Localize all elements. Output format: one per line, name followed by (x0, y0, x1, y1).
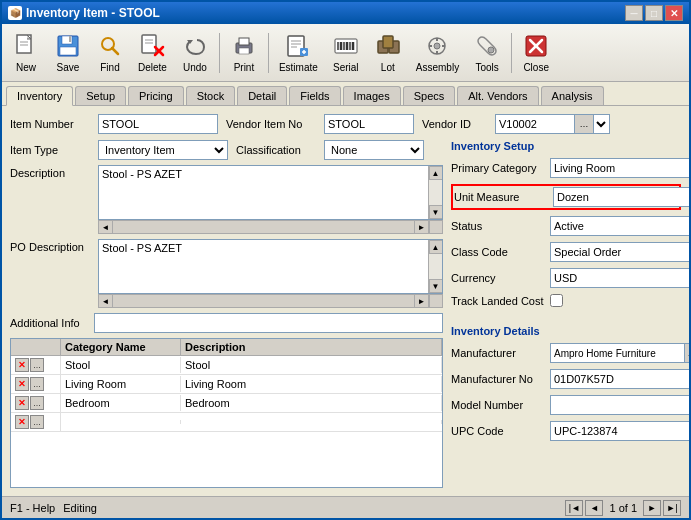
svg-rect-15 (239, 38, 249, 45)
header-fields-row: Item Number Vendor Item No Vendor ID … (10, 114, 681, 134)
new-button[interactable]: New (6, 27, 46, 79)
row1-delete-button[interactable]: ✕ (15, 358, 29, 372)
inventory-details-title: Inventory Details (451, 325, 681, 337)
page-info: 1 of 1 (609, 502, 637, 514)
row1-category: Stool (61, 357, 181, 373)
item-number-input[interactable] (98, 114, 218, 134)
description-hscroll[interactable]: ◄ ► (98, 220, 429, 234)
lot-button[interactable]: Lot (368, 27, 408, 79)
close-toolbar-icon (522, 32, 550, 60)
currency-field (550, 268, 689, 288)
tab-images[interactable]: Images (343, 86, 401, 105)
unit-measure-input[interactable] (553, 187, 689, 207)
help-text: F1 - Help (10, 502, 55, 514)
lot-label: Lot (381, 62, 395, 73)
row2-category: Living Room (61, 376, 181, 392)
main-window: 📦 Inventory Item - STOOL ─ □ ✕ New Save (0, 0, 691, 520)
manufacturer-no-input[interactable] (550, 369, 689, 389)
vendor-item-no-input[interactable] (324, 114, 414, 134)
row4-edit-button[interactable]: … (30, 415, 44, 429)
save-button[interactable]: Save (48, 27, 88, 79)
manufacturer-ellipsis-button[interactable]: … (684, 343, 689, 363)
assembly-button[interactable]: Assembly (410, 27, 465, 79)
tab-inventory[interactable]: Inventory (6, 86, 73, 106)
description-scroll-down[interactable]: ▼ (429, 205, 443, 219)
print-button[interactable]: Print (224, 27, 264, 79)
tab-analysis[interactable]: Analysis (541, 86, 604, 105)
tab-pricing[interactable]: Pricing (128, 86, 184, 105)
upc-code-input[interactable] (550, 421, 689, 441)
description-hscroll-left[interactable]: ◄ (99, 220, 113, 234)
serial-button[interactable]: Serial (326, 27, 366, 79)
row2-edit-button[interactable]: … (30, 377, 44, 391)
description-hscroll-right[interactable]: ► (414, 220, 428, 234)
status-row: Status (451, 216, 681, 236)
first-page-button[interactable]: |◄ (565, 500, 583, 516)
track-landed-cost-checkbox[interactable] (550, 294, 563, 307)
tab-alt-vendors[interactable]: Alt. Vendors (457, 86, 538, 105)
class-code-input[interactable] (550, 242, 689, 262)
svg-point-40 (488, 47, 494, 53)
last-page-button[interactable]: ►| (663, 500, 681, 516)
delete-label: Delete (138, 62, 167, 73)
tab-setup[interactable]: Setup (75, 86, 126, 105)
content-area: Item Number Vendor Item No Vendor ID … I… (2, 106, 689, 496)
delete-icon (138, 32, 166, 60)
next-page-button[interactable]: ► (643, 500, 661, 516)
manufacturer-input[interactable] (550, 343, 685, 363)
description-scrollbar: ▲ ▼ (428, 166, 442, 219)
prev-page-button[interactable]: ◄ (585, 500, 603, 516)
additional-info-input[interactable] (94, 313, 443, 333)
maximize-button[interactable]: □ (645, 5, 663, 21)
po-description-scroll-down[interactable]: ▼ (429, 279, 443, 293)
row3-edit-button[interactable]: … (30, 396, 44, 410)
minimize-button[interactable]: ─ (625, 5, 643, 21)
description-label: Description (10, 165, 90, 179)
estimate-button[interactable]: Estimate (273, 27, 324, 79)
additional-info-row: Additional Info (10, 313, 443, 333)
item-number-label: Item Number (10, 118, 90, 130)
classification-select[interactable]: None (324, 140, 424, 160)
row4-delete-button[interactable]: ✕ (15, 415, 29, 429)
row1-edit-button[interactable]: … (30, 358, 44, 372)
po-description-hscroll-right[interactable]: ► (414, 294, 428, 308)
vendor-id-input[interactable] (495, 114, 575, 134)
primary-category-input[interactable] (550, 158, 689, 178)
vendor-id-label: Vendor ID (422, 118, 487, 130)
tools-icon (473, 32, 501, 60)
close-toolbar-button[interactable]: Close (516, 27, 556, 79)
currency-input[interactable] (550, 268, 689, 288)
tab-specs[interactable]: Specs (403, 86, 456, 105)
status-input[interactable] (550, 216, 689, 236)
item-type-label: Item Type (10, 144, 90, 156)
find-button[interactable]: Find (90, 27, 130, 79)
row3-delete-button[interactable]: ✕ (15, 396, 29, 410)
po-description-text: Stool - PS AZET (99, 240, 428, 293)
close-button[interactable]: ✕ (665, 5, 683, 21)
tab-stock[interactable]: Stock (186, 86, 236, 105)
row3-category: Bedroom (61, 395, 181, 411)
item-type-select[interactable]: Inventory Item (98, 140, 228, 160)
vendor-id-dropdown[interactable] (594, 114, 610, 134)
right-panel: Inventory Setup Primary Category Unit Me… (451, 140, 681, 488)
model-number-input[interactable] (550, 395, 689, 415)
po-description-hscroll-left[interactable]: ◄ (99, 294, 113, 308)
tools-button[interactable]: Tools (467, 27, 507, 79)
window-icon: 📦 (8, 6, 22, 20)
vendor-id-ellipsis-button[interactable]: … (574, 114, 594, 134)
row2-delete-button[interactable]: ✕ (15, 377, 29, 391)
manufacturer-row: Manufacturer … (451, 343, 681, 363)
svg-rect-33 (383, 36, 393, 48)
description-scroll-up[interactable]: ▲ (429, 166, 443, 180)
close-label: Close (523, 62, 549, 73)
svg-line-8 (112, 48, 118, 54)
tab-detail[interactable]: Detail (237, 86, 287, 105)
po-description-scroll-up[interactable]: ▲ (429, 240, 443, 254)
po-description-hscroll[interactable]: ◄ ► (98, 294, 429, 308)
undo-label: Undo (183, 62, 207, 73)
tab-fields[interactable]: Fields (289, 86, 340, 105)
delete-button[interactable]: Delete (132, 27, 173, 79)
undo-button[interactable]: Undo (175, 27, 215, 79)
category-name-header (11, 339, 61, 355)
currency-row: Currency (451, 268, 681, 288)
